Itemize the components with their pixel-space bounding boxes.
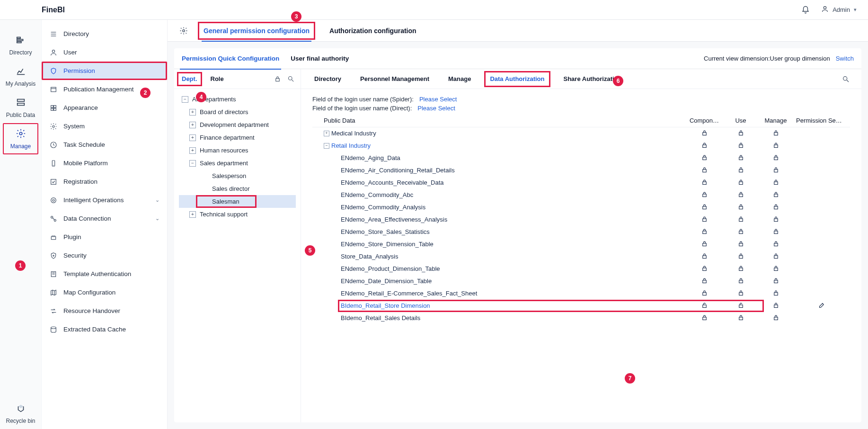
table-row[interactable]: ENdemo_Air_Conditioning_Retail_Details [312,164,850,177]
lock-component[interactable] [685,127,723,140]
lock-manage[interactable] [758,300,793,312]
table-row[interactable]: ENdemo_Date_Dimension_Table [312,275,850,287]
sidebar-item-user[interactable]: User [42,43,167,62]
sidebar-item-map-config[interactable]: Map Configuration [42,283,167,302]
lock-manage[interactable] [758,201,793,214]
sidebar-item-registration[interactable]: Registration [42,172,167,191]
table-row[interactable]: ENdemo_Store_Dimension_Table [312,238,850,250]
collapse-icon[interactable]: − [189,160,196,167]
lock-manage[interactable] [758,263,793,275]
table-row[interactable]: ENdemo_Product_Dimension_Table [312,263,850,275]
table-row[interactable]: ENdemo_Area_Effectiveness_Analysis [312,214,850,226]
lock-manage[interactable] [758,214,793,226]
lock-manage[interactable] [758,152,793,164]
search-icon[interactable] [841,75,850,83]
lock-component[interactable] [685,201,723,214]
lock-component[interactable] [685,312,723,324]
rtab-personnel[interactable]: Personnel Management [358,69,431,89]
sidebar-item-extracted-cache[interactable]: Extracted Data Cache [42,320,167,339]
tree-technical[interactable]: +Technical support [179,208,296,221]
lock-manage[interactable] [758,312,793,324]
lock-use[interactable] [723,263,758,275]
lock-component[interactable] [685,226,723,238]
lock-component[interactable] [685,275,723,287]
tab-dept[interactable]: Dept. [180,69,199,89]
switch-link[interactable]: Switch [836,55,854,62]
tree-hr[interactable]: +Human resources [179,144,296,157]
tab-authorization-config[interactable]: Authorization configuration [324,20,422,42]
lock-use[interactable] [723,275,758,287]
lock-component[interactable] [685,164,723,177]
rail-my-analysis[interactable]: My Analysis [0,61,41,92]
expand-icon[interactable]: + [189,211,196,218]
table-row[interactable]: ENdemo_Store_Sales_Statistics [312,226,850,238]
lock-component[interactable] [685,287,723,300]
collapse-icon[interactable]: − [324,143,329,149]
rail-recycle-bin[interactable]: Recycle bin [0,398,41,429]
sidebar-item-template-auth[interactable]: Template Authentication [42,265,167,283]
direct-select-link[interactable]: Please Select [417,105,455,112]
subtab-final-authority[interactable]: User final authority [291,48,349,69]
sidebar-item-appearance[interactable]: Appearance [42,98,167,117]
lock-use[interactable] [723,127,758,140]
tree-sales[interactable]: −Sales department [179,157,296,170]
lock-use[interactable] [723,140,758,152]
expand-icon[interactable]: + [189,122,196,128]
sidebar-item-system[interactable]: System [42,117,167,135]
lock-manage[interactable] [758,140,793,152]
table-row[interactable]: ENdemo_Retail_E-Commerce_Sales_Fact_Shee… [312,287,850,300]
table-row[interactable]: ENdemo_Commodity_Abc [312,189,850,201]
lock-manage[interactable] [758,238,793,250]
table-row[interactable]: BIdemo_Retail_Store Dimension [312,300,850,312]
table-row[interactable]: Store_Data_Analysis [312,250,850,263]
subtab-quick-config[interactable]: Permission Quick Configuration [182,48,279,69]
lock-use[interactable] [723,189,758,201]
sidebar-item-security[interactable]: Security [42,246,167,265]
lock-manage[interactable] [758,250,793,263]
lock-use[interactable] [723,164,758,177]
tree-sales-director[interactable]: Sales director [179,182,296,195]
lock-component[interactable] [685,152,723,164]
rail-public-data[interactable]: Public Data [0,92,41,123]
lock-component[interactable] [685,250,723,263]
table-row[interactable]: ENdemo_Aging_Data [312,152,850,164]
lock-use[interactable] [723,312,758,324]
rail-manage[interactable]: Manage [0,123,41,154]
lock-use[interactable] [723,177,758,189]
tree-development[interactable]: +Development department [179,118,296,131]
lock-component[interactable] [685,189,723,201]
tab-role[interactable]: Role [209,69,226,89]
sidebar-item-plugin[interactable]: Plugin [42,228,167,246]
table-row[interactable]: BIdemo_Retail_Sales Details [312,312,850,324]
rtab-directory[interactable]: Directory [312,69,343,89]
lock-use[interactable] [723,250,758,263]
lock-manage[interactable] [758,189,793,201]
user-menu[interactable]: Admin ▾ [821,5,857,14]
expand-icon[interactable]: + [189,109,196,116]
sidebar-item-task-schedule[interactable]: Task Schedule [42,135,167,154]
sidebar-item-directory[interactable]: Directory [42,25,167,43]
lock-component[interactable] [685,263,723,275]
rtab-data-authorization[interactable]: Data Authorization [488,69,546,89]
tree-finance[interactable]: +Finance department [179,131,296,144]
collapse-icon[interactable]: − [182,96,188,103]
lock-use[interactable] [723,287,758,300]
table-row[interactable]: ENdemo_Commodity_Analysis [312,201,850,214]
tab-general-permission[interactable]: General permission configuration [198,20,315,42]
expand-icon[interactable]: + [324,131,329,136]
lock-manage[interactable] [758,177,793,189]
lock-component[interactable] [685,238,723,250]
lock-use[interactable] [723,300,758,312]
lock-component[interactable] [685,300,723,312]
search-icon[interactable] [286,75,295,83]
lock-manage[interactable] [758,226,793,238]
lock-use[interactable] [723,214,758,226]
expand-icon[interactable]: + [189,134,196,141]
lock-component[interactable] [685,214,723,226]
sidebar-item-data-connection[interactable]: Data Connection⌄ [42,209,167,228]
lock-manage[interactable] [758,287,793,300]
rail-directory[interactable]: Directory [0,29,41,61]
table-row[interactable]: ENdemo_Accounts_Receivable_Data [312,177,850,189]
lock-use[interactable] [723,152,758,164]
rtab-manage[interactable]: Manage [446,69,473,89]
